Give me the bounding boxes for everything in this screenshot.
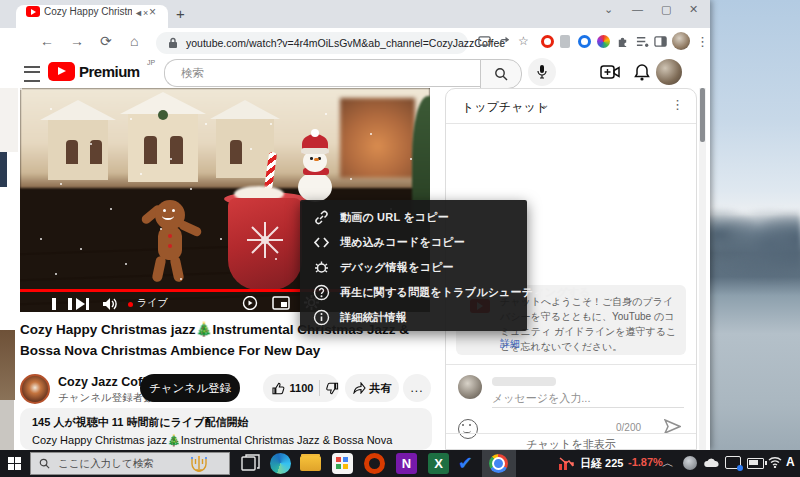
menu-item-copy-url[interactable]: 動画の URL をコピー	[300, 205, 527, 230]
onenote-icon[interactable]: N	[396, 453, 417, 474]
tab-title: Cozy Happy Christmas jazz🎄	[44, 6, 132, 17]
stock-ticker-label[interactable]: 日経 225	[580, 456, 623, 471]
cast-screen-icon[interactable]	[725, 456, 741, 469]
stats-icon	[313, 309, 330, 326]
tray-expand-chevron-icon[interactable]: ︿	[662, 455, 674, 472]
ime-indicator[interactable]: A	[786, 455, 795, 469]
autoplay-toggle-icon[interactable]	[240, 296, 260, 310]
new-tab-button[interactable]: +	[176, 5, 185, 22]
extension-red-icon[interactable]	[541, 35, 554, 48]
color-wheel-icon[interactable]	[597, 35, 610, 48]
scene-window	[170, 136, 183, 164]
tab-close-icon[interactable]: ×	[149, 5, 156, 19]
snowman-eye	[310, 157, 313, 160]
blue-check-app-icon[interactable]: ✔	[458, 452, 473, 474]
scene-roof	[210, 100, 280, 119]
back-icon[interactable]: ←	[40, 34, 54, 48]
taskbar-search-input[interactable]: ここに入力して検索	[30, 452, 230, 475]
volume-icon[interactable]	[102, 297, 118, 311]
create-video-icon[interactable]	[600, 64, 620, 80]
stock-chart-icon[interactable]	[558, 455, 574, 471]
battery-icon[interactable]	[747, 458, 764, 469]
miniplayer-icon[interactable]	[272, 296, 290, 310]
extension-doc-icon[interactable]	[560, 35, 570, 48]
scene-house	[128, 112, 198, 182]
chat-message-input[interactable]: メッセージを入力...	[492, 391, 590, 406]
extensions-puzzle-icon[interactable]	[616, 35, 629, 48]
share-icon[interactable]	[499, 35, 512, 48]
search-input[interactable]: 検索	[164, 59, 481, 87]
wifi-icon[interactable]	[768, 456, 782, 468]
search-button[interactable]	[480, 59, 522, 89]
reload-icon[interactable]: ⟳	[100, 34, 112, 48]
window-close-icon[interactable]: ✕	[689, 3, 698, 16]
channel-avatar[interactable]	[20, 374, 50, 404]
pause-button[interactable]	[52, 298, 72, 310]
more-actions-button[interactable]: ...	[403, 374, 431, 402]
menorah-icon	[190, 456, 208, 472]
divider	[319, 380, 320, 396]
scene-window	[90, 140, 102, 164]
guide-hamburger-icon[interactable]	[24, 66, 40, 82]
description-box[interactable]: 145 人が視聴中 11 時間前にライブ配信開始 Cozy Happy Chri…	[20, 408, 432, 450]
home-icon[interactable]: ⌂	[130, 34, 138, 48]
chat-filter-dropdown[interactable]: トップチャット	[462, 99, 548, 116]
excel-icon[interactable]: X	[428, 453, 449, 474]
background-window-image-lower	[0, 330, 15, 400]
task-view-icon[interactable]	[240, 453, 261, 474]
profile-avatar[interactable]	[672, 32, 690, 50]
start-button[interactable]	[8, 457, 21, 470]
forward-icon[interactable]: →	[70, 34, 84, 48]
file-explorer-icon[interactable]	[300, 456, 321, 471]
share-label: 共有	[370, 381, 392, 396]
address-bar[interactable]: youtube.com/watch?v=4r4mOiLsGvM&ab_chann…	[156, 32, 468, 54]
bookmark-star-icon[interactable]: ☆	[518, 34, 529, 48]
menu-item-copy-debug[interactable]: デバッグ情報をコピー	[300, 255, 527, 280]
chat-details-link[interactable]: 詳細	[500, 337, 520, 351]
browser-menu-kebab-icon[interactable]: ⋮	[696, 34, 709, 49]
tab-audio-icon[interactable]: ◄×	[134, 8, 148, 18]
window-minimize-icon[interactable]: —	[632, 3, 643, 15]
account-avatar[interactable]	[656, 59, 682, 85]
background-window-block	[0, 152, 7, 187]
notifications-bell-icon[interactable]	[634, 63, 650, 81]
youtube-logo-icon[interactable]	[48, 62, 75, 81]
menu-item-troubleshoot[interactable]: 再生に関する問題をトラブルシューティングする	[300, 280, 527, 305]
voice-search-button[interactable]	[528, 58, 556, 86]
chrome-icon	[489, 454, 508, 473]
tray-app-icon[interactable]	[683, 456, 697, 470]
red-cup	[228, 198, 302, 290]
chevron-down-icon[interactable]: ⌄	[541, 99, 549, 110]
live-label[interactable]: ライブ	[137, 296, 168, 310]
thumbs-up-icon[interactable]	[272, 382, 285, 395]
edge-icon[interactable]	[270, 453, 291, 474]
window-dropdown-icon[interactable]: ⌄	[604, 3, 613, 16]
share-button[interactable]: 共有	[345, 374, 399, 402]
extension-blue-icon[interactable]	[578, 35, 591, 48]
cast-icon[interactable]	[478, 35, 491, 48]
scrollbar-thumb[interactable]	[700, 88, 705, 142]
office-icon[interactable]	[364, 453, 385, 474]
player-context-menu: 動画の URL をコピー 埋め込みコードをコピー デバッグ情報をコピー 再生に関…	[300, 200, 527, 331]
gingerbread-button	[168, 234, 172, 238]
menu-item-copy-embed[interactable]: 埋め込みコードをコピー	[300, 230, 527, 255]
chrome-taskbar-icon[interactable]	[482, 450, 516, 477]
send-icon[interactable]	[664, 419, 681, 434]
premium-wordmark[interactable]: Premium	[79, 63, 140, 80]
next-button[interactable]	[76, 298, 85, 310]
scrollbar-track[interactable]	[699, 88, 706, 450]
subscribe-button[interactable]: チャンネル登録	[140, 374, 240, 402]
onedrive-cloud-icon[interactable]	[703, 457, 719, 468]
link-icon	[313, 209, 330, 226]
window-maximize-icon[interactable]: ▢	[661, 3, 671, 16]
chat-user-avatar	[458, 375, 482, 399]
chat-menu-kebab-icon[interactable]: ⋮	[671, 97, 684, 112]
side-panel-icon[interactable]	[654, 35, 667, 48]
background-window-sliver	[0, 88, 18, 152]
playlist-icon[interactable]	[636, 35, 649, 48]
thumbs-down-icon[interactable]	[326, 382, 339, 395]
emoji-icon[interactable]	[458, 419, 478, 439]
store-icon[interactable]	[332, 453, 353, 474]
menu-item-stats[interactable]: 詳細統計情報	[300, 305, 527, 330]
scene-window	[230, 140, 242, 164]
